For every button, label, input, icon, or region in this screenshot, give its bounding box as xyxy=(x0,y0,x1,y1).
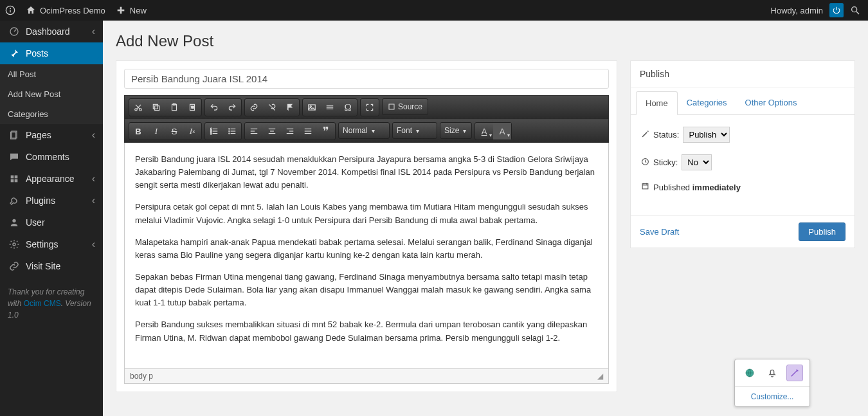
sticky-label: Sticky: xyxy=(653,158,678,167)
source-button[interactable]: Source xyxy=(382,98,428,115)
format-select[interactable]: Normal xyxy=(338,122,390,139)
tab-other[interactable]: Other Options xyxy=(736,91,806,114)
site-name-link[interactable]: OcimPress Demo xyxy=(26,5,105,15)
sidebar-item-posts[interactable]: Posts xyxy=(0,42,103,64)
about-link[interactable] xyxy=(5,5,15,15)
undo-button[interactable] xyxy=(205,99,223,116)
pushpin-icon xyxy=(8,48,21,59)
page-title: Add New Post xyxy=(116,32,855,50)
account-link[interactable]: Howdy, admin xyxy=(771,6,823,15)
sticky-select[interactable]: No xyxy=(682,154,712,170)
link-button[interactable] xyxy=(245,99,263,116)
svg-text:3: 3 xyxy=(210,132,212,135)
svg-point-15 xyxy=(13,243,15,246)
svg-rect-12 xyxy=(11,179,14,183)
plugins-icon xyxy=(8,195,21,206)
svg-rect-30 xyxy=(389,104,394,109)
save-draft-link[interactable]: Save Draft xyxy=(640,227,679,237)
bulletlist-button[interactable] xyxy=(223,123,241,140)
image-button[interactable] xyxy=(303,99,321,116)
unlink-button[interactable] xyxy=(263,99,281,116)
align-justify-button[interactable] xyxy=(299,123,317,140)
font-select[interactable]: Font xyxy=(392,122,437,139)
align-right-button[interactable] xyxy=(281,123,299,140)
hr-button[interactable] xyxy=(321,99,339,116)
numberlist-button[interactable]: 123 xyxy=(205,123,223,140)
tab-home[interactable]: Home xyxy=(636,91,678,115)
bold-button[interactable]: B xyxy=(129,123,147,140)
sidebar-item-user[interactable]: User xyxy=(0,212,103,233)
main-content: Add New Post W xyxy=(103,21,868,404)
credit-link[interactable]: Ocim CMS xyxy=(24,299,61,308)
home-icon xyxy=(26,5,36,15)
submenu-categories[interactable]: Categories xyxy=(0,104,103,124)
sidebar-label: Appearance xyxy=(26,174,75,184)
redo-button[interactable] xyxy=(223,99,241,116)
strike-button[interactable]: S xyxy=(165,123,183,140)
post-title-input[interactable] xyxy=(124,69,609,89)
tab-categories[interactable]: Categories xyxy=(678,91,736,114)
paragraph: Malapetaka hampiri anak-anak Papua mende… xyxy=(135,236,598,262)
customize-link[interactable]: Customize... xyxy=(735,386,809,406)
status-select[interactable]: Publish xyxy=(683,127,730,143)
new-label: New xyxy=(130,6,147,15)
sidebar-item-pages[interactable]: Pages ‹ xyxy=(0,124,103,146)
publish-button[interactable]: Publish xyxy=(799,222,845,241)
align-center-button[interactable] xyxy=(263,123,281,140)
sidebar-label: Settings xyxy=(26,239,59,249)
paste-word-button[interactable]: W xyxy=(183,99,201,116)
sidebar-item-comments[interactable]: Comments xyxy=(0,146,103,168)
sidebar-item-appearance[interactable]: Appearance ‹ xyxy=(0,168,103,190)
sidebar-item-plugins[interactable]: Plugins ‹ xyxy=(0,190,103,212)
element-path[interactable]: body p xyxy=(130,372,153,381)
bell-icon[interactable] xyxy=(764,365,781,381)
plus-icon xyxy=(116,5,126,15)
maximize-button[interactable] xyxy=(361,99,379,116)
paste-button[interactable] xyxy=(165,99,183,116)
anchor-button[interactable] xyxy=(281,99,299,116)
sidebar-label: User xyxy=(26,217,45,228)
floating-widget: Customize... xyxy=(734,359,810,407)
svg-point-1 xyxy=(10,8,11,9)
status-label: Status: xyxy=(653,130,679,140)
svg-line-6 xyxy=(856,12,859,14)
submenu-all-post[interactable]: All Post xyxy=(0,64,103,84)
textcolor-button[interactable]: A▾ xyxy=(475,123,493,140)
gear-icon xyxy=(8,239,21,249)
size-select[interactable]: Size xyxy=(440,122,472,139)
cut-button[interactable] xyxy=(129,99,147,116)
published-label: Published immediately xyxy=(653,183,741,192)
editor-content[interactable]: Persib Bandung juara ISL 2014 sesudah me… xyxy=(124,143,609,369)
svg-rect-19 xyxy=(153,104,158,109)
globe-icon[interactable] xyxy=(741,365,758,381)
publish-panel-title: Publish xyxy=(631,61,854,87)
sidebar-item-visit-site[interactable]: Visit Site xyxy=(0,255,103,277)
sidebar-label: Posts xyxy=(26,48,48,59)
align-left-button[interactable] xyxy=(245,123,263,140)
svg-point-41 xyxy=(228,132,230,134)
new-link[interactable]: New xyxy=(116,5,147,15)
edit-tool-icon[interactable] xyxy=(786,365,803,381)
sidebar-item-settings[interactable]: Settings ‹ xyxy=(0,233,103,255)
blockquote-button[interactable]: ❞ xyxy=(317,123,335,140)
sidebar-item-dashboard[interactable]: Dashboard ‹ xyxy=(0,21,103,42)
sidebar-credit: Thank you for creating with Ocim CMS. Ve… xyxy=(0,277,103,330)
dashboard-icon xyxy=(8,26,21,37)
specialchar-button[interactable]: Ω xyxy=(339,99,357,116)
svg-rect-10 xyxy=(11,176,14,179)
chevron-left-icon: ‹ xyxy=(92,195,95,206)
removeformat-button[interactable]: Ix xyxy=(183,123,201,140)
chevron-left-icon: ‹ xyxy=(92,173,95,185)
svg-rect-40 xyxy=(231,131,236,131)
editor-toolbar-row-2: B I S Ix 123 ❞ Normal Font xyxy=(124,119,609,143)
bgcolor-button[interactable]: A▾ xyxy=(493,123,511,140)
search-icon[interactable] xyxy=(850,5,860,15)
copy-button[interactable] xyxy=(147,99,165,116)
submenu-add-new[interactable]: Add New Post xyxy=(0,84,103,104)
tab-content: Status: Publish Sticky: No Published imm… xyxy=(631,115,854,215)
user-icon xyxy=(8,217,21,228)
resize-handle-icon[interactable]: ◢ xyxy=(597,372,603,381)
italic-button[interactable]: I xyxy=(147,123,165,140)
power-button[interactable] xyxy=(829,3,844,17)
pages-icon xyxy=(8,130,21,140)
